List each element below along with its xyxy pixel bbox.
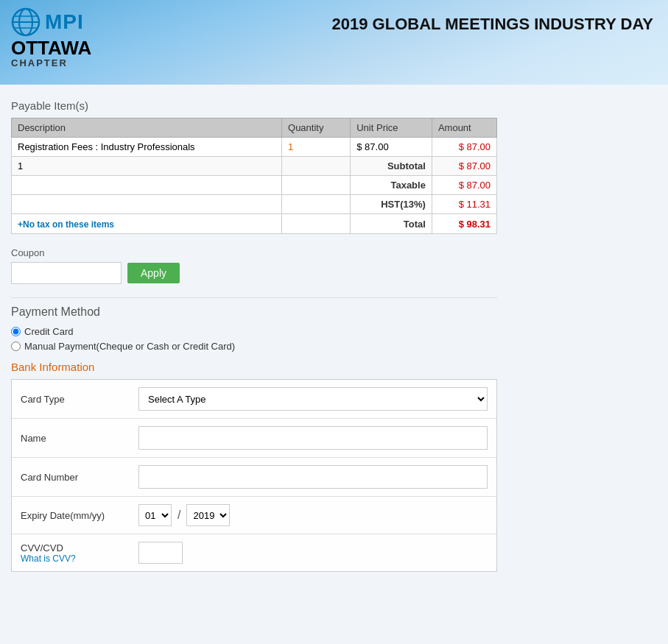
name-input[interactable] [138, 426, 488, 450]
subtotal-empty [282, 157, 351, 176]
bank-info-title: Bank Information [11, 361, 512, 373]
apply-button[interactable]: Apply [127, 263, 180, 283]
subtotal-amount: $ 87.00 [432, 157, 496, 176]
logo-block: MPI [11, 7, 84, 37]
row-description: Registration Fees : Industry Professiona… [12, 138, 282, 157]
name-label: Name [21, 433, 138, 444]
cvv-label: CVV/CVD [21, 542, 138, 553]
subtotal-label: Subtotal [351, 157, 432, 176]
coupon-section: Coupon Apply [11, 247, 512, 284]
card-number-label: Card Number [21, 472, 138, 483]
payable-section-title: Payable Item(s) [11, 99, 512, 112]
taxable-label: Taxable [351, 176, 432, 195]
taxable-empty2 [282, 176, 351, 195]
row-unit-price: $ 87.00 [351, 138, 432, 157]
expiry-controls: 01 02 03 04 05 06 07 08 09 10 11 12 / [138, 504, 230, 526]
coupon-input[interactable] [11, 262, 122, 284]
cvv-label-group: CVV/CVD What is CVV? [21, 542, 138, 564]
hst-label: HST(13%) [351, 195, 432, 214]
mpi-logo-text: MPI [45, 10, 84, 34]
expiry-label: Expiry Date(mm/yy) [21, 510, 138, 521]
payment-method-title: Payment Method [11, 305, 512, 319]
manual-payment-option[interactable]: Manual Payment(Cheque or Cash or Credit … [11, 341, 512, 352]
payment-method-options: Credit Card Manual Payment(Cheque or Cas… [11, 326, 512, 352]
taxable-empty1 [12, 176, 282, 195]
card-number-row: Card Number [12, 458, 496, 497]
card-type-row: Card Type Select A Type Visa MasterCard … [12, 380, 496, 419]
card-number-input[interactable] [138, 465, 488, 489]
cvv-input[interactable] [138, 542, 183, 564]
header-background [0, 0, 668, 85]
org-sub: CHAPTER [11, 57, 91, 68]
credit-card-label: Credit Card [24, 326, 73, 337]
cvv-label-block: CVV/CVD What is CVV? [21, 542, 138, 564]
org-block: OTTAWA CHAPTER [11, 38, 91, 68]
expiry-year-select[interactable]: 2019 2020 2021 2022 2023 2024 2025 [186, 504, 230, 526]
bank-form: Card Type Select A Type Visa MasterCard … [11, 379, 497, 572]
total-row: +No tax on these items Total $ 98.31 [12, 214, 497, 234]
hst-empty2 [282, 195, 351, 214]
subtotal-qty-cell: 1 [12, 157, 282, 176]
total-label: Total [351, 214, 432, 234]
hst-row: HST(13%) $ 11.31 [12, 195, 497, 214]
credit-card-option[interactable]: Credit Card [11, 326, 512, 337]
taxable-amount: $ 87.00 [432, 176, 496, 195]
row-amount: $ 87.00 [432, 138, 496, 157]
cvv-row: CVV/CVD What is CVV? [12, 534, 496, 571]
org-name: OTTAWA [11, 38, 91, 57]
content-wrap: Payable Item(s) Description Quantity Uni… [11, 99, 512, 572]
credit-card-radio[interactable] [11, 327, 21, 336]
expiry-month-select[interactable]: 01 02 03 04 05 06 07 08 09 10 11 12 [138, 504, 172, 526]
no-tax-link[interactable]: +No tax on these items [18, 219, 114, 230]
taxable-row: Taxable $ 87.00 [12, 176, 497, 195]
coupon-row: Apply [11, 262, 512, 284]
no-tax-link-cell[interactable]: +No tax on these items [12, 214, 282, 234]
col-unit-price: Unit Price [351, 118, 432, 138]
subtotal-row: 1 Subtotal $ 87.00 [12, 157, 497, 176]
header: MPI OTTAWA CHAPTER 2019 GLOBAL MEETINGS … [0, 0, 668, 85]
main-content: Payable Item(s) Description Quantity Uni… [0, 85, 668, 644]
card-type-select[interactable]: Select A Type Visa MasterCard American E… [138, 387, 488, 411]
col-amount: Amount [432, 118, 496, 138]
cvv-help-link[interactable]: What is CVV? [21, 553, 138, 564]
total-empty [282, 214, 351, 234]
manual-payment-radio[interactable] [11, 342, 21, 351]
table-row: Registration Fees : Industry Professiona… [12, 138, 497, 157]
name-row: Name [12, 419, 496, 458]
expiry-row: Expiry Date(mm/yy) 01 02 03 04 05 06 07 … [12, 497, 496, 534]
card-type-label: Card Type [21, 394, 138, 405]
event-title: 2019 GLOBAL MEETINGS INDUSTRY DAY [332, 15, 653, 34]
manual-payment-label: Manual Payment(Cheque or Cash or Credit … [24, 341, 235, 352]
globe-icon [11, 7, 41, 37]
hst-amount: $ 11.31 [432, 195, 496, 214]
col-quantity: Quantity [282, 118, 351, 138]
expiry-separator: / [177, 509, 180, 522]
coupon-label: Coupon [11, 247, 512, 258]
total-amount: $ 98.31 [432, 214, 496, 234]
divider [11, 297, 497, 298]
payable-table: Description Quantity Unit Price Amount R… [11, 118, 497, 234]
col-description: Description [12, 118, 282, 138]
row-quantity: 1 [282, 138, 351, 157]
hst-empty1 [12, 195, 282, 214]
